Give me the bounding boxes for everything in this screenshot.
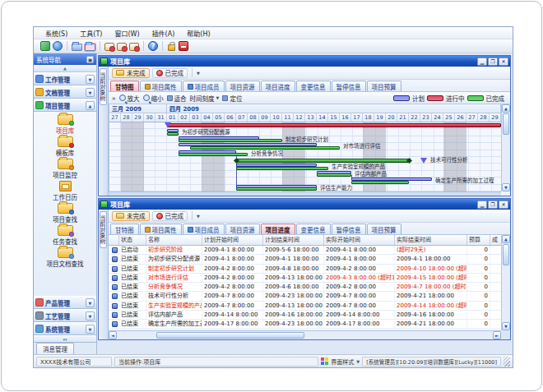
tool-适合[interactable]: 适合 <box>167 94 187 103</box>
globe-icon[interactable] <box>53 41 63 51</box>
table-vertical-scrollbar[interactable]: ▲▼ <box>501 235 510 330</box>
folder-open-icon[interactable] <box>85 44 95 51</box>
gantt-bar-done-分析竞争情况[interactable] <box>179 153 248 156</box>
gantt-bar-done-制定初步研究计划[interactable] <box>179 139 282 142</box>
tab-暂停信息[interactable]: 暂停信息 <box>332 81 366 91</box>
restore-button[interactable]: ❐ <box>488 201 498 209</box>
column-header-预算[interactable]: 预算 <box>467 235 490 245</box>
sidebar-item-项目查找[interactable]: 项目查找 <box>34 203 96 224</box>
menu-item[interactable]: 帮助(H) <box>182 28 215 39</box>
tab-项目属性[interactable]: 项目属性 <box>140 224 182 234</box>
table-row[interactable]: 已结束评估内部产品2009-4-14 8:00:002009-4-16 18:0… <box>109 311 501 320</box>
tab-项目成员[interactable]: 项目成员 <box>183 81 225 91</box>
tab-变更信息[interactable]: 变更信息 <box>296 224 331 234</box>
sidebar-item-项目库[interactable]: 项目库 <box>34 114 96 135</box>
table-row[interactable]: 已结束为初步研究分配资源2009-4-1 8:00:002009-4-1 18:… <box>109 255 501 264</box>
chevron-down-icon[interactable]: ▼ <box>86 311 95 321</box>
menu-item[interactable]: 插件(A) <box>147 28 180 39</box>
mail-config-icon[interactable] <box>129 43 139 51</box>
ui-style-button[interactable]: 界面样式 <box>331 357 354 366</box>
table-row[interactable]: 已结束对市场进行评估2009-4-2 8:00:002009-4-13 18:0… <box>109 274 501 283</box>
chevron-down-icon[interactable]: ▼ <box>86 298 95 307</box>
filter-button-已完成[interactable]: 已完成 <box>152 68 188 78</box>
column-header-计划结束时间[interactable]: 计划结束时间 <box>263 235 324 245</box>
gantt-bar-done-对市场进行评估[interactable] <box>190 146 340 150</box>
sidebar-group-工艺管理[interactable]: 工艺管理▼ <box>34 309 96 322</box>
tab-项目资源[interactable]: 项目资源 <box>225 224 260 234</box>
tab-项目进度[interactable]: 项目进度 <box>261 224 295 234</box>
sidebar-item-模板库[interactable]: 模板库 <box>34 136 96 157</box>
table-row[interactable]: 已结束制定初步研究计划2009-4-2 8:00:002009-4-8 18:0… <box>109 265 501 274</box>
tab-项目成员[interactable]: 项目成员 <box>183 224 225 234</box>
scroll-thumb[interactable] <box>156 332 304 339</box>
chevron-down-icon[interactable]: ▼ <box>86 88 95 97</box>
object-tree-tab[interactable]: 当前对象树 <box>100 68 107 105</box>
tab-甘特图[interactable]: 甘特图 <box>110 224 139 234</box>
mail-icon[interactable] <box>104 43 114 51</box>
sidebar-group-项目管理[interactable]: 项目管理▲ <box>34 99 96 112</box>
gantt-bar-初步研究阶段[interactable] <box>167 123 501 127</box>
column-header-状态[interactable]: 状态 <box>119 235 146 245</box>
restore-button[interactable]: ❐ <box>488 58 498 66</box>
scroll-left-button[interactable]: ◄ <box>109 331 117 339</box>
window2-titlebar[interactable]: 项目库 ▁❐✕ <box>99 199 510 210</box>
scroll-up-button[interactable]: ▲ <box>502 235 510 243</box>
help-icon[interactable]: ? <box>148 41 158 51</box>
gantt-bar-done-为初步研究分配资源[interactable] <box>167 132 179 136</box>
scroll-up-button[interactable]: ▲ <box>502 104 510 113</box>
folder-icon[interactable] <box>72 44 82 51</box>
filter-more-icon[interactable]: ▼ <box>197 214 200 219</box>
sidebar-item-工作日历[interactable]: 工作日历 <box>34 181 96 201</box>
tab-甘特图[interactable]: 甘特图 <box>110 81 139 91</box>
lock-icon[interactable] <box>168 44 175 51</box>
scroll-down-button[interactable]: ▼ <box>502 322 510 330</box>
scroll-thumb[interactable] <box>503 113 509 135</box>
tab-项目预算[interactable]: 项目预算 <box>367 81 401 91</box>
table-row[interactable]: 已结束分析竞争情况2009-4-2 8:00:002009-4-6 18:00:… <box>109 283 501 292</box>
sidebar-item-任务查找[interactable]: 任务查找 <box>34 225 96 246</box>
tab-变更信息[interactable]: 变更信息 <box>296 81 331 91</box>
sidebar-item-项目文档查找[interactable]: 项目文档查找 <box>34 247 96 268</box>
chevron-down-icon[interactable]: ▼ <box>86 325 95 334</box>
filter-button-已完成[interactable]: 已完成 <box>152 211 188 221</box>
sidebar-collapse-button[interactable]: ▲ <box>34 65 96 72</box>
tool-缩小[interactable]: 缩小 <box>143 94 164 103</box>
menu-item[interactable]: 窗口(W) <box>109 28 144 39</box>
chevron-up-icon[interactable]: ▲ <box>86 101 95 110</box>
tool-时间刻度[interactable]: 时间刻度▼ <box>190 94 220 103</box>
tab-项目属性[interactable]: 项目属性 <box>140 81 182 91</box>
gantt-bar-技术可行性分析[interactable] <box>236 159 409 163</box>
sidebar-group-系统管理[interactable]: 系统管理▼ <box>34 322 96 335</box>
close-button[interactable]: ✕ <box>499 201 508 209</box>
column-header-实际开始时间[interactable]: 实际开始时间 <box>324 235 395 245</box>
menu-item[interactable]: 系统(S) <box>40 28 72 39</box>
filter-more-icon[interactable]: ▼ <box>197 71 200 76</box>
sidebar-item-项目监控[interactable]: 项目监控 <box>34 159 96 179</box>
sidebar-group-产品管理[interactable]: 产品管理▼ <box>34 296 96 309</box>
filter-button-未完成[interactable]: 未完成 <box>112 68 150 78</box>
tool-»[interactable]: » <box>112 95 116 102</box>
tool-定位[interactable]: 定位 <box>222 94 242 103</box>
gantt-bar-done-生产实验室规模的产品[interactable] <box>236 167 328 170</box>
column-header-实际结束时间[interactable]: 实际结束时间 <box>395 235 467 245</box>
minimize-button[interactable]: ▁ <box>477 58 487 66</box>
scroll-down-button[interactable]: ▼ <box>502 183 510 191</box>
table-horizontal-scrollbar[interactable]: ◄► <box>109 330 501 339</box>
tab-项目进度[interactable]: 项目进度 <box>261 81 295 91</box>
column-header-名称[interactable]: 名称 <box>146 235 202 245</box>
window1-titlebar[interactable]: 项目库 ▁❐✕ <box>99 56 510 67</box>
filter-button-未完成[interactable]: 未完成 <box>112 211 150 221</box>
resize-grip[interactable] <box>504 357 510 367</box>
table-row[interactable]: 已结束确定生产所需的加工过程2009-4-17 8:00:002009-4-23… <box>109 320 501 328</box>
minimize-button[interactable]: ▁ <box>477 201 487 209</box>
ui-style-dropdown-icon[interactable]: ▼ <box>356 359 360 364</box>
column-header-计划开始时间[interactable]: 计划开始时间 <box>202 235 263 245</box>
close-button[interactable]: ✕ <box>499 58 508 66</box>
object-tree-tab[interactable]: 当前对象树 <box>100 211 107 248</box>
tab-项目资源[interactable]: 项目资源 <box>225 81 260 91</box>
table-row[interactable]: 已结束生产实验室规模的产品2009-4-7 8:00:002009-4-13 1… <box>109 302 501 311</box>
gantt-vertical-scrollbar[interactable]: ▲▼ <box>501 104 510 191</box>
tool-放大[interactable]: 放大 <box>119 94 140 103</box>
pin-icon[interactable]: ▣ <box>86 56 94 63</box>
stop-icon[interactable] <box>179 41 188 51</box>
